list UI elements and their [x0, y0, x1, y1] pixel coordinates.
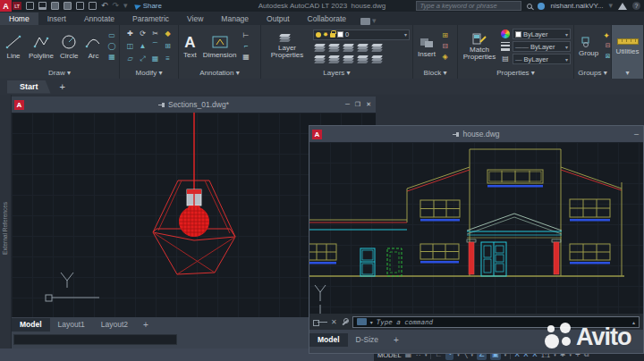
ribbon-tab-annotate[interactable]: Annotate: [75, 13, 123, 25]
save-as-icon[interactable]: [64, 2, 72, 10]
offset-tool-icon[interactable]: ≡: [163, 55, 173, 63]
command-expand-icon[interactable]: ▴: [632, 319, 635, 325]
match-properties-button[interactable]: Match Properties: [461, 33, 498, 61]
print-icon[interactable]: [89, 2, 97, 10]
layer-isolate-icon[interactable]: [329, 44, 339, 51]
ribbon-overflow-button[interactable]: ▾: [360, 17, 377, 25]
lineweight-dropdown[interactable]: ——ByLayer ▾: [513, 41, 571, 52]
user-menu-caret-icon[interactable]: ▾: [608, 2, 613, 10]
erase-tool-icon[interactable]: ◆: [163, 29, 173, 38]
share-button[interactable]: Share: [135, 2, 162, 10]
signed-in-user[interactable]: nishant.naikVY...: [550, 2, 603, 10]
rotate-tool-icon[interactable]: ⟳: [138, 29, 148, 38]
panel-label-layers[interactable]: Layers ▾: [261, 68, 412, 79]
layer-prev-icon[interactable]: [343, 55, 353, 63]
define-attribute-icon[interactable]: ◈: [440, 53, 450, 62]
insert-block-button[interactable]: Insert: [416, 35, 437, 58]
dimension-tool[interactable]: Dimension: [201, 35, 239, 59]
layer-freeze-icon[interactable]: [343, 44, 353, 51]
ribbon-tab-manage[interactable]: Manage: [212, 13, 258, 25]
house-tab-model[interactable]: Model: [309, 333, 348, 347]
edit-attribute-icon[interactable]: ⊟: [440, 42, 450, 51]
layer-unisolate-icon[interactable]: [315, 55, 325, 63]
panel-utilities[interactable]: Utilities ▾: [612, 25, 644, 79]
panel-label-groups[interactable]: Groups ▾: [574, 68, 611, 79]
new-file-icon[interactable]: [26, 2, 34, 10]
sections-command-area[interactable]: [13, 334, 177, 345]
line-tool[interactable]: Line: [3, 33, 24, 60]
create-block-icon[interactable]: ⊞: [440, 31, 450, 40]
leader-icon[interactable]: ⌐: [241, 42, 250, 51]
command-history-icon[interactable]: [357, 318, 367, 325]
sections-title-bar[interactable]: A Sections_01.dwg* ─ ❐ ✕: [12, 97, 376, 113]
external-references-palette-tab[interactable]: External References: [0, 95, 12, 348]
customization-wrench-icon[interactable]: [341, 318, 349, 326]
autocad-logo-icon[interactable]: A: [0, 0, 12, 12]
save-icon[interactable]: [51, 2, 59, 10]
scale-tool-icon[interactable]: ⤢: [138, 55, 148, 63]
panel-label-draw[interactable]: Draw ▾: [0, 68, 119, 79]
dim-style-icon[interactable]: ⊢: [241, 31, 250, 40]
redo-icon[interactable]: ↷: [113, 2, 120, 10]
sections-minimize-button[interactable]: ─: [345, 101, 350, 108]
hatch-tool-icon[interactable]: ▦: [106, 53, 116, 62]
search-input[interactable]: Type a keyword or phrase: [416, 1, 521, 11]
panel-label-modify[interactable]: Modify ▾: [120, 68, 178, 79]
ribbon-tab-insert[interactable]: Insert: [38, 13, 75, 25]
search-icon[interactable]: [527, 4, 532, 9]
house-title-bar[interactable]: A house.dwg ─: [309, 126, 643, 142]
object-color-dropdown[interactable]: ByLayer ▾: [513, 29, 571, 39]
group-button[interactable]: Group: [577, 36, 600, 57]
sections-tab-layout1[interactable]: Layout1: [50, 318, 93, 332]
utilities-caret[interactable]: ▾: [612, 68, 643, 79]
layer-thaw-all-icon[interactable]: [329, 55, 339, 63]
ribbon-tab-view[interactable]: View: [178, 13, 212, 25]
ribbon-tab-collaborate[interactable]: Collaborate: [299, 13, 355, 25]
house-new-layout-button[interactable]: +: [386, 335, 406, 345]
ribbon-tab-home[interactable]: Home: [0, 13, 38, 25]
layer-lock-icon[interactable]: [358, 44, 368, 51]
fillet-tool-icon[interactable]: ⌒: [150, 42, 160, 51]
layer-dropdown[interactable]: ✸ 0 ▾: [313, 29, 410, 40]
plot-icon[interactable]: [76, 2, 84, 10]
ribbon-tab-output[interactable]: Output: [258, 13, 299, 25]
sections-close-button[interactable]: ✕: [366, 101, 371, 108]
explode-tool-icon[interactable]: ⊞: [163, 42, 173, 51]
sections-restore-button[interactable]: ❐: [355, 101, 360, 108]
sections-new-layout-button[interactable]: +: [136, 320, 156, 330]
qat-customize-icon[interactable]: ▾: [123, 2, 128, 10]
copy-tool-icon[interactable]: ◫: [125, 42, 135, 51]
help-icon[interactable]: ?: [632, 2, 640, 10]
file-tab-start[interactable]: Start: [7, 80, 51, 94]
stretch-tool-icon[interactable]: ▱: [125, 55, 135, 63]
layer-off-icon[interactable]: [315, 44, 325, 51]
panel-label-annotation[interactable]: Annotation ▾: [179, 68, 260, 79]
layer-match-icon[interactable]: [372, 44, 382, 51]
panel-label-block[interactable]: Block ▾: [413, 68, 457, 79]
rectangle-tool-icon[interactable]: ▭: [106, 31, 116, 40]
house-minimize-button[interactable]: ─: [634, 131, 639, 138]
undo-icon[interactable]: ↶: [101, 2, 108, 10]
sections-tab-model[interactable]: Model: [12, 318, 50, 332]
circle-tool[interactable]: Circle: [58, 33, 80, 60]
table-icon[interactable]: ▦: [241, 53, 250, 62]
arc-tool[interactable]: Arc: [82, 33, 104, 60]
panel-label-properties[interactable]: Properties ▾: [458, 68, 573, 79]
polyline-tool[interactable]: Polyline: [27, 33, 55, 60]
command-cancel-icon[interactable]: ✕: [331, 318, 337, 326]
layer-unlock2-icon[interactable]: [358, 55, 368, 63]
house-canvas[interactable]: [309, 142, 643, 314]
array-tool-icon[interactable]: ▦: [150, 55, 160, 63]
trim-tool-icon[interactable]: ✂: [150, 29, 160, 38]
text-tool[interactable]: A Text: [182, 35, 199, 59]
layer-properties-button[interactable]: Layer Properties: [264, 34, 310, 59]
ellipse-tool-icon[interactable]: ◯: [106, 42, 116, 51]
autodesk-app-icon[interactable]: [618, 3, 627, 10]
new-drawing-tab-button[interactable]: +: [60, 81, 65, 92]
open-file-icon[interactable]: [38, 2, 47, 10]
layer-state-icon[interactable]: [372, 55, 382, 63]
move-tool-icon[interactable]: ✚: [125, 29, 135, 38]
ribbon-tab-parametric[interactable]: Parametric: [123, 13, 178, 25]
mirror-tool-icon[interactable]: ▲: [138, 42, 148, 51]
sections-tab-layout2[interactable]: Layout2: [93, 318, 136, 332]
